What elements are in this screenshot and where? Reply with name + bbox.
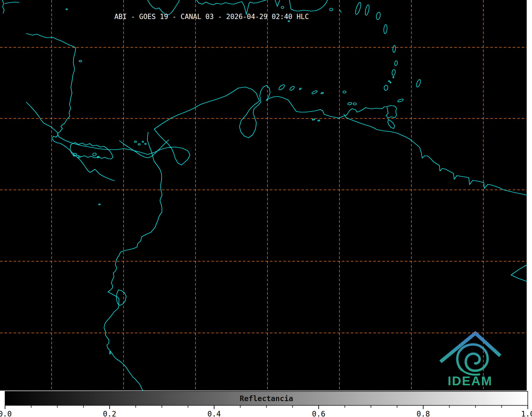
ideam-logo-text: IDEAM: [448, 374, 493, 388]
colorbar-tick-label: 0.2: [103, 410, 116, 417]
product-title: ABI - GOES 19 - CANAL 03 - 2026-04-29 02…: [114, 13, 309, 21]
colorbar-tick-label: 1.0: [521, 410, 532, 417]
satellite-product-image: IDEAM ABI - GOES 19 - CANAL 03 - 2026-04…: [0, 0, 532, 417]
map-background: [0, 0, 527, 391]
colorbar-tick-label: 0.4: [207, 410, 221, 417]
colorbar-tick-label: 0.0: [0, 410, 12, 417]
colorbar-tick-label: 0.6: [312, 410, 325, 417]
goes-scene-svg: IDEAM ABI - GOES 19 - CANAL 03 - 2026-04…: [0, 0, 532, 417]
colorbar-tick-label: 0.8: [417, 410, 430, 417]
colorbar-label: Reflectancia: [240, 394, 293, 403]
